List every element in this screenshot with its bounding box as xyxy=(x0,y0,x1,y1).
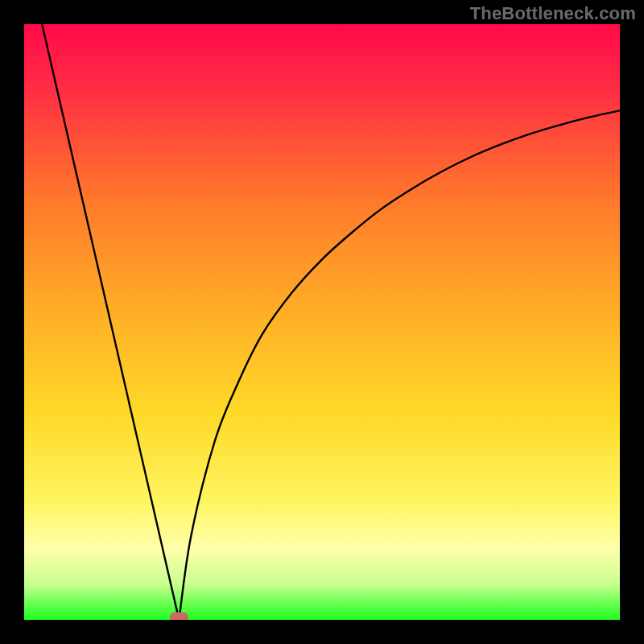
watermark-text: TheBottleneck.com xyxy=(470,3,636,24)
chart-svg xyxy=(24,24,620,620)
optimum-marker xyxy=(170,613,188,620)
minimum-marker xyxy=(170,613,188,620)
plot-area xyxy=(24,24,620,620)
chart-frame: TheBottleneck.com xyxy=(0,0,644,644)
gradient-background xyxy=(24,24,620,620)
